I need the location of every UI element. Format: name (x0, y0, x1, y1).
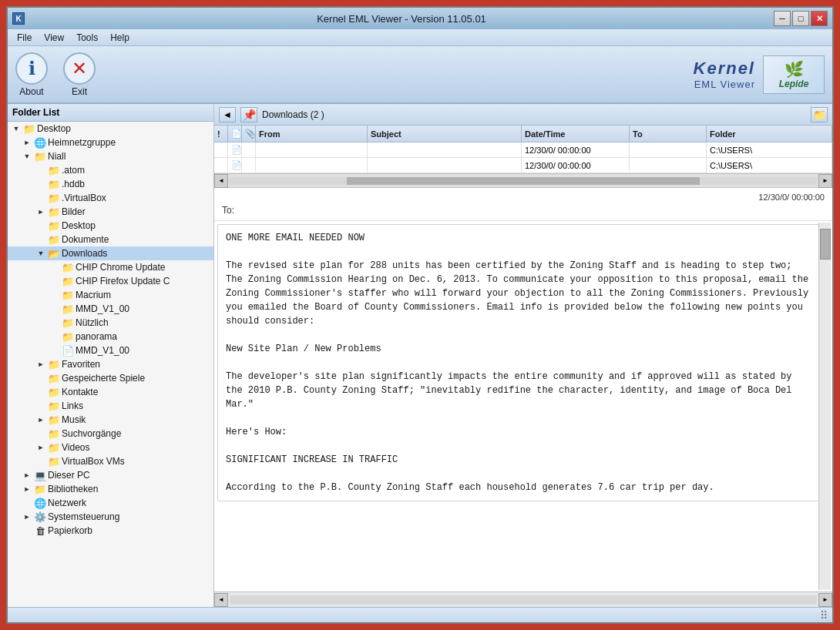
computer-icon: 💻 (34, 469, 46, 481)
tree-node-mmd2[interactable]: ► 📄 MMD_V1_00 (8, 343, 213, 357)
menu-tools[interactable]: Tools (70, 31, 104, 45)
tree-node-hddb[interactable]: ► 📁 .hddb (8, 177, 213, 191)
tree-toggle[interactable]: ► (35, 359, 46, 370)
file-icon: 📄 (62, 344, 74, 357)
folder-open-icon: 📂 (48, 247, 60, 260)
vertical-scrollbar[interactable] (818, 223, 831, 590)
tree-node-systemsteuerung[interactable]: ► ⚙️ Systemsteuerung (8, 510, 213, 524)
open-folder-button[interactable]: 📁 (811, 107, 828, 122)
app-icon: K (12, 12, 25, 25)
tree-toggle[interactable]: ► (35, 414, 46, 425)
folder-icon: 📁 (62, 275, 74, 287)
tree-node-bibliotheken[interactable]: ► 📁 Bibliotheken (8, 482, 213, 496)
folder-icon: 📁 (48, 400, 60, 412)
tree-label: Links (62, 400, 83, 411)
tree-node-downloads[interactable]: ▼ 📂 Downloads (8, 246, 213, 260)
tree-node-mmd[interactable]: ► 📁 MMD_V1_00 (8, 302, 213, 316)
vscroll-thumb[interactable] (820, 229, 831, 260)
tree-node-favoriten[interactable]: ► 📁 Favoriten (8, 357, 213, 371)
tree-node-virtualbox[interactable]: ► 📁 .VirtualBox (8, 191, 213, 205)
tree-label: Downloads (62, 248, 107, 259)
about-button[interactable]: ℹ About (15, 52, 48, 97)
tree-toggle[interactable]: ► (22, 484, 32, 494)
tree-toggle[interactable]: ► (22, 137, 32, 148)
hscroll-left-button[interactable]: ◄ (214, 174, 228, 188)
col-header-attach[interactable]: 📎 (242, 126, 256, 142)
title-bar: K Kernel EML Viewer - Version 11.05.01 ─… (8, 8, 832, 29)
tree-toggle[interactable]: ▼ (22, 151, 32, 162)
col-header-doc[interactable]: 📄 (228, 126, 242, 142)
col-header-flag[interactable]: ! (214, 126, 228, 142)
resize-grip[interactable]: ⠿ (820, 609, 828, 622)
tree-node-musik[interactable]: ► 📁 Musik (8, 413, 213, 427)
tree-node-atom[interactable]: ► 📁 .atom (8, 163, 213, 177)
bscroll-right-button[interactable]: ► (818, 593, 832, 607)
tree-node-videos[interactable]: ► 📁 Videos (8, 441, 213, 454)
tree-label: Desktop (62, 220, 96, 231)
col-header-datetime[interactable]: Date/Time (522, 126, 630, 142)
tree-node-desktop[interactable]: ▼ 📁 Desktop (8, 122, 213, 136)
minimize-button[interactable]: ─ (774, 11, 791, 26)
bscroll-left-button[interactable]: ◄ (214, 593, 228, 607)
maximize-button[interactable]: □ (792, 11, 809, 26)
folder-icon: 📁 (23, 122, 35, 135)
email-cell-doc: 📄 (228, 142, 242, 157)
tree-node-links[interactable]: ► 📁 Links (8, 399, 213, 413)
bscroll-track[interactable] (230, 595, 817, 605)
menu-help[interactable]: Help (104, 31, 136, 45)
tree-toggle[interactable]: ▼ (35, 248, 46, 259)
col-header-folder[interactable]: Folder (707, 126, 832, 142)
nav-back-button[interactable]: ◄ (219, 107, 236, 122)
tree-label: panorama (76, 331, 117, 342)
tree-node-chip-firefox[interactable]: ► 📁 CHIP Firefox Update C (8, 274, 213, 288)
hscroll-track[interactable] (230, 177, 817, 185)
nav-forward-button[interactable]: 📌 (240, 107, 257, 122)
folder-icon: 📁 (62, 261, 74, 273)
tree-label: Systemsteuerung (48, 511, 119, 522)
tree-node-nutzlich[interactable]: ► 📁 Nützlich (8, 316, 213, 330)
col-header-to[interactable]: To (630, 126, 707, 142)
tree-toggle-desktop[interactable]: ▼ (11, 123, 22, 134)
tree-label: .VirtualBox (62, 193, 106, 203)
tree-node-panorama[interactable]: ► 📁 panorama (8, 330, 213, 343)
hscroll-right-button[interactable]: ► (818, 174, 832, 188)
about-icon: ℹ (15, 52, 48, 85)
tree-toggle[interactable]: ► (22, 470, 32, 481)
tree-node-suchvorgange[interactable]: ► 📁 Suchvorgänge (8, 427, 213, 441)
email-cell-flag (214, 142, 228, 157)
tree-node-papierkorb[interactable]: ► 🗑 Papierkorb (8, 524, 213, 538)
menu-view[interactable]: View (38, 31, 70, 45)
tree-node-chip-chrome[interactable]: ► 📁 CHIP Chrome Update (8, 260, 213, 274)
tree-toggle[interactable]: ► (35, 442, 46, 453)
col-header-from[interactable]: From (256, 126, 368, 142)
email-cell-subject (368, 158, 522, 173)
tree-node-dokumente[interactable]: ► 📁 Dokumente (8, 233, 213, 246)
tree-node-heimnetzgruppe[interactable]: ► 🌐 Heimnetzgruppe (8, 136, 213, 149)
hscroll-thumb[interactable] (347, 177, 699, 185)
tree-node-kontakte[interactable]: ► 📁 Kontakte (8, 385, 213, 399)
folder-icon: 📁 (48, 233, 60, 246)
tree-node-macrium[interactable]: ► 📁 Macrium (8, 288, 213, 302)
email-row[interactable]: 📄 12/30/0/ 00:00:00 C:\USERS\ (214, 142, 832, 158)
tree-toggle[interactable]: ► (22, 511, 32, 522)
menu-file[interactable]: File (11, 31, 38, 45)
email-cell-datetime: 12/30/0/ 00:00:00 (522, 158, 630, 173)
folder-icon: 📁 (48, 358, 60, 370)
tree-node-desktop2[interactable]: ► 📁 Desktop (8, 219, 213, 233)
close-button[interactable]: ✕ (811, 11, 828, 26)
tree-node-bilder[interactable]: ► 📁 Bilder (8, 205, 213, 219)
tree-node-gespeicherte[interactable]: ► 📁 Gespeicherte Spiele (8, 371, 213, 385)
window-controls: ─ □ ✕ (774, 11, 828, 26)
tree-node-dieser-pc[interactable]: ► 💻 Dieser PC (8, 468, 213, 482)
tree-node-virtualbox-vms[interactable]: ► 📁 VirtualBox VMs (8, 454, 213, 468)
tree-label: Macrium (76, 290, 111, 300)
exit-button[interactable]: ✕ Exit (63, 52, 96, 97)
preview-date: 12/30/0/ 00:00:00 (222, 193, 825, 202)
email-row[interactable]: 📄 12/30/0/ 00:00:00 C:\USERS\ (214, 158, 832, 173)
downloads-bar: ◄ 📌 Downloads (2 ) 📁 (214, 104, 832, 126)
tree-toggle: ► (35, 165, 46, 176)
tree-node-niall[interactable]: ▼ 📁 Niall (8, 149, 213, 163)
tree-node-netzwerk[interactable]: ► 🌐 Netzwerk (8, 496, 213, 510)
tree-toggle[interactable]: ► (35, 206, 46, 217)
col-header-subject[interactable]: Subject (368, 126, 522, 142)
